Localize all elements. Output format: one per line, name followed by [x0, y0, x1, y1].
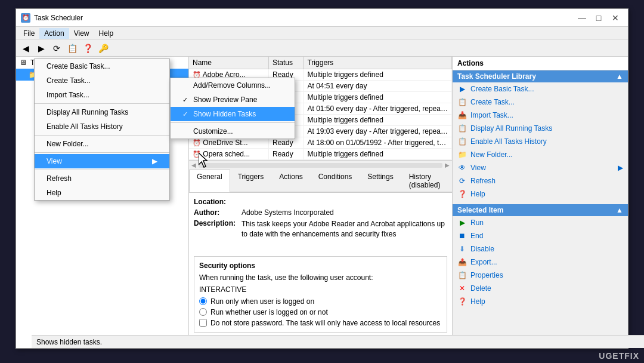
run-account-label: When running the task, use the following…	[199, 273, 442, 282]
action-view[interactable]: 👁 View ▶	[453, 161, 628, 174]
close-button[interactable]: ✕	[608, 12, 623, 24]
tab-settings[interactable]: Settings	[360, 170, 401, 192]
ctx-create-task[interactable]: Create Task...	[35, 73, 169, 88]
selected-actions-list: ▶ Run ⏹ End ⬇ Disable 📤 Export... 📋	[453, 216, 628, 308]
author-label: Author:	[194, 208, 242, 217]
clipboard-button[interactable]: 📋	[65, 42, 79, 55]
export-icon: 📤	[457, 257, 467, 267]
action-display-running[interactable]: 📋 Display All Running Tasks	[453, 122, 628, 135]
menu-action[interactable]: Action	[39, 28, 69, 39]
menu-help[interactable]: Help	[94, 28, 119, 39]
window-controls: — □ ✕	[574, 12, 623, 24]
action-import-label: Import Task...	[470, 111, 513, 119]
import-icon: 📥	[457, 110, 467, 120]
actions-section-library-label: Task Scheduler Library	[457, 72, 536, 81]
ctx-display-running[interactable]: Display All Running Tasks	[35, 105, 169, 119]
description-value: This task keeps your Adobe Reader and Ac…	[242, 219, 447, 239]
author-row: Author: Adobe Systems Incorporated	[194, 208, 447, 217]
option2-radio[interactable]	[199, 308, 207, 316]
action-disable[interactable]: ⬇ Disable	[453, 242, 628, 256]
action-help-selected[interactable]: ❓ Help	[453, 295, 628, 308]
right-panel: Actions Task Scheduler Library ▲ ▶ Creat…	[452, 57, 628, 348]
ctx-separator-4	[35, 170, 169, 170]
sub-hidden-tasks[interactable]: ✓ Show Hidden Tasks	[171, 107, 295, 121]
menu-file[interactable]: File	[18, 28, 39, 39]
hscroll-bar[interactable]: ◀ ▶	[189, 160, 452, 170]
option2-label: Run whether user is logged on or not	[210, 308, 328, 316]
check-preview-pane: ✓	[182, 96, 190, 104]
action-properties-label: Properties	[470, 271, 503, 279]
ctx-enable-history[interactable]: Enable All Tasks History	[35, 119, 169, 134]
properties-icon: 📋	[457, 270, 467, 280]
status-text: Shows hidden tasks.	[36, 338, 102, 346]
action-new-folder[interactable]: 📁 New Folder...	[453, 148, 628, 161]
action-delete[interactable]: ✕ Delete	[453, 282, 628, 295]
help-toolbar-button[interactable]: ❓	[80, 42, 95, 55]
tab-triggers[interactable]: Triggers	[230, 170, 272, 192]
action-refresh[interactable]: ⟳ Refresh	[453, 174, 628, 187]
ctx-help[interactable]: Help	[35, 186, 169, 200]
actions-section-selected-toggle[interactable]: ▲	[616, 206, 623, 214]
menu-view[interactable]: View	[69, 28, 94, 39]
ctx-import-task[interactable]: Import Task...	[35, 88, 169, 102]
action-properties[interactable]: 📋 Properties	[453, 269, 628, 282]
sub-add-columns[interactable]: Add/Remove Columns...	[171, 78, 295, 93]
refresh-toolbar-button[interactable]: ⟳	[49, 42, 64, 55]
key-button[interactable]: 🔑	[96, 42, 110, 55]
context-menu: Create Basic Task... Create Task... Impo…	[34, 59, 170, 201]
security-section: Security options When running the task, …	[194, 256, 447, 333]
option3-checkbox[interactable]	[199, 319, 207, 327]
run-icon: ▶	[457, 218, 467, 227]
ctx-view[interactable]: View ▶	[35, 154, 169, 168]
ctx-refresh[interactable]: Refresh	[35, 171, 169, 186]
maximize-button[interactable]: □	[591, 12, 606, 24]
ctx-new-folder[interactable]: New Folder...	[35, 137, 169, 151]
ctx-view-arrow: ▶	[152, 157, 157, 165]
ctx-separator-1	[35, 103, 169, 104]
action-help[interactable]: ❓ Help	[453, 187, 628, 201]
app-icon: ⏰	[21, 13, 30, 23]
action-end[interactable]: ⏹ End	[453, 229, 628, 242]
option3-row: Do not store password. The task will onl…	[199, 319, 442, 327]
submenu: Add/Remove Columns... ✓ Show Preview Pan…	[170, 78, 295, 139]
action-display-running-label: Display All Running Tasks	[470, 124, 552, 133]
col-name[interactable]: Name	[189, 57, 268, 69]
ctx-create-basic[interactable]: Create Basic Task...	[35, 59, 169, 73]
option3-label: Do not store password. The task will onl…	[210, 319, 440, 327]
play-icon: ▶	[457, 84, 467, 94]
back-button[interactable]: ◀	[18, 42, 33, 55]
running-icon: 📋	[457, 124, 467, 133]
table-row[interactable]: ⏰ Opera sched... Ready Multiple triggers…	[189, 149, 452, 160]
action-create-basic[interactable]: ▶ Create Basic Task...	[453, 82, 628, 96]
action-disable-label: Disable	[470, 245, 494, 253]
actions-section-library-toggle[interactable]: ▲	[616, 72, 623, 81]
option2-row: Run whether user is logged on or not	[199, 308, 442, 316]
action-export[interactable]: 📤 Export...	[453, 256, 628, 269]
action-import-task[interactable]: 📥 Import Task...	[453, 109, 628, 122]
task-trigger: At 01:50 every day - After triggered, re…	[304, 103, 452, 115]
action-run[interactable]: ▶ Run	[453, 216, 628, 229]
ctx-separator-2	[35, 135, 169, 136]
action-enable-history-label: Enable All Tasks History	[470, 137, 547, 146]
task-trigger: Multiple triggers defined	[304, 149, 452, 160]
sub-customize[interactable]: Customize...	[171, 124, 295, 139]
tab-history[interactable]: History (disabled)	[401, 170, 452, 192]
action-create-task-label: Create Task...	[470, 98, 515, 106]
location-row: Location:	[194, 198, 447, 206]
sub-preview-pane[interactable]: ✓ Show Preview Pane	[171, 93, 295, 107]
tabs-bar: General Triggers Actions Conditions Sett…	[189, 170, 452, 192]
tab-actions[interactable]: Actions	[271, 170, 310, 192]
action-create-task[interactable]: 📋 Create Task...	[453, 96, 628, 109]
action-export-label: Export...	[470, 258, 497, 266]
col-status[interactable]: Status	[268, 57, 304, 69]
minimize-button[interactable]: —	[574, 12, 590, 24]
location-label: Location:	[194, 198, 242, 206]
check-hidden-tasks: ✓	[182, 110, 190, 118]
action-enable-history[interactable]: 📋 Enable All Tasks History	[453, 135, 628, 148]
delete-icon: ✕	[457, 284, 467, 293]
col-triggers[interactable]: Triggers	[304, 57, 452, 69]
tab-conditions[interactable]: Conditions	[311, 170, 360, 192]
tab-general[interactable]: General	[189, 170, 230, 192]
option1-radio[interactable]	[199, 297, 207, 305]
forward-button[interactable]: ▶	[34, 42, 48, 55]
